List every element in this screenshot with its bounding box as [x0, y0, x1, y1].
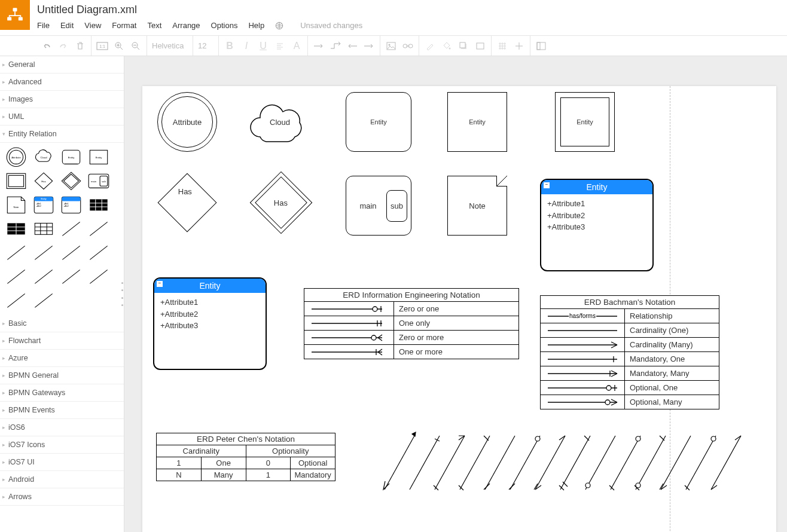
collapse-icon[interactable]: − — [544, 182, 550, 188]
erd-chen-table[interactable]: ERD Peter Chen's Notation Cardinality Op… — [156, 433, 335, 481]
thumb-line12[interactable] — [31, 290, 56, 311]
rect-icon[interactable] — [474, 40, 486, 52]
underline-icon[interactable]: U — [257, 40, 269, 52]
thumb-entity-card2[interactable]: +Attr1+Attr2 — [59, 194, 84, 216]
canvas[interactable]: Attribute Cloud Entity Entity Entity Has… — [142, 86, 776, 532]
guides-icon[interactable] — [513, 40, 525, 52]
zoom-out-icon[interactable] — [130, 40, 142, 52]
sidebar-cat-uml[interactable]: UML — [0, 108, 124, 126]
shape-entity-square[interactable]: Entity — [447, 92, 507, 152]
sidebar-cat-images[interactable]: Images — [0, 91, 124, 108]
sidebar-cat-android[interactable]: Android — [0, 471, 124, 488]
menu-file[interactable]: File — [37, 21, 50, 30]
link-icon[interactable] — [402, 40, 414, 52]
thumb-entity-square[interactable]: Entity — [86, 146, 111, 168]
sidebar-cat-arrows[interactable]: Arrows — [0, 488, 124, 506]
font-select[interactable]: Helvetica — [152, 41, 188, 50]
svg-point-88 — [711, 436, 716, 441]
thumb-entity-round[interactable]: Entity — [59, 146, 84, 168]
menu-text[interactable]: Text — [147, 21, 161, 30]
menu-arrange[interactable]: Arrange — [172, 21, 200, 30]
thumb-mainsub[interactable]: mainsub — [86, 170, 111, 192]
sidebar-cat-flowchart[interactable]: Flowchart — [0, 332, 124, 350]
thumb-line10[interactable] — [86, 266, 111, 288]
shape-has-double[interactable]: Has — [259, 181, 303, 225]
sidebar-cat-advanced[interactable]: Advanced — [0, 74, 124, 91]
zoom-in-icon[interactable] — [113, 40, 125, 52]
thumb-line5[interactable] — [59, 242, 84, 264]
shape-note[interactable]: Note — [447, 176, 507, 236]
shape-entity-round[interactable]: Entity — [346, 92, 411, 152]
image-icon[interactable] — [385, 40, 397, 52]
thumb-attribute[interactable]: Attribute — [4, 146, 29, 168]
arrow-right2-icon[interactable] — [363, 40, 375, 52]
thumb-entity-double[interactable] — [4, 170, 29, 192]
canvas-wrap[interactable]: Attribute Cloud Entity Entity Entity Has… — [124, 56, 787, 532]
thumb-table-dark2[interactable] — [4, 218, 29, 240]
sidebar-cat-entity-relation[interactable]: Entity Relation — [0, 126, 124, 143]
shape-entity-card2[interactable]: −Entity +Attribute1 +Attribute2 +Attribu… — [153, 277, 267, 370]
waypoint-icon[interactable] — [330, 40, 341, 52]
thumb-line2[interactable] — [86, 218, 111, 240]
globe-icon[interactable] — [275, 22, 283, 30]
shape-mainsub[interactable]: main sub — [346, 176, 411, 236]
thumb-table-dark[interactable] — [86, 194, 111, 216]
thumb-line6[interactable] — [86, 242, 111, 264]
thumb-table-light[interactable] — [31, 218, 56, 240]
thumb-cloud[interactable]: Cloud — [31, 146, 56, 168]
bold-icon[interactable]: B — [224, 40, 236, 52]
shape-entity-card[interactable]: −Entity +Attribute1 +Attribute2 +Attribu… — [540, 179, 654, 271]
menu-edit[interactable]: Edit — [60, 21, 74, 30]
erd-bach-table[interactable]: ERD Bachman's Notation has/forms Relatio… — [540, 295, 719, 409]
outline-icon[interactable] — [535, 40, 547, 52]
sidebar-cat-basic[interactable]: Basic — [0, 315, 124, 332]
thumb-has-double[interactable] — [59, 170, 84, 192]
sidebar-cat-ios7-ui[interactable]: iOS7 UI — [0, 454, 124, 471]
stroke-color-icon[interactable] — [424, 40, 436, 52]
sidebar-cat-azure[interactable]: Azure — [0, 350, 124, 367]
menu-options[interactable]: Options — [211, 21, 238, 30]
thumb-entity-card[interactable]: Entity+Attr1+Attr2 — [31, 194, 56, 216]
actual-size-icon[interactable]: 1:1 — [96, 40, 108, 52]
thumb-line1[interactable] — [59, 218, 84, 240]
shadow-icon[interactable] — [457, 40, 469, 52]
shape-has[interactable]: Has — [166, 182, 208, 224]
redo-icon[interactable] — [57, 40, 69, 52]
align-icon[interactable] — [274, 40, 286, 52]
arrow-samples[interactable] — [379, 433, 761, 499]
sidebar-cat-ios6[interactable]: iOS6 — [0, 419, 124, 436]
shape-cloud[interactable]: Cloud — [247, 95, 313, 149]
sidebar-cat-bpmn-events[interactable]: BPMN Events — [0, 402, 124, 419]
thumb-line4[interactable] — [31, 242, 56, 264]
thumb-line8[interactable] — [31, 266, 56, 288]
fill-color-icon[interactable] — [441, 40, 453, 52]
thumb-line3[interactable] — [4, 242, 29, 264]
font-size[interactable]: 12 — [198, 41, 213, 50]
sidebar-cat-general[interactable]: General — [0, 56, 124, 74]
shape-attribute[interactable]: Attribute — [157, 92, 217, 152]
delete-icon[interactable] — [74, 40, 86, 52]
thumb-line11[interactable] — [4, 290, 29, 311]
shape-entity-double[interactable]: Entity — [555, 92, 615, 152]
sidebar-resizer[interactable] — [121, 282, 124, 306]
font-color-icon[interactable]: A — [291, 40, 303, 52]
italic-icon[interactable]: I — [240, 40, 252, 52]
thumb-has[interactable]: Has — [31, 170, 56, 192]
doc-title[interactable]: Untitled Diagram.xml — [37, 0, 362, 16]
menu-format[interactable]: Format — [112, 21, 136, 30]
thumb-line7[interactable] — [4, 266, 29, 288]
erd-ie-table[interactable]: ERD Information Engineering Notation Zer… — [304, 288, 519, 359]
undo-icon[interactable] — [41, 40, 53, 52]
grid-icon[interactable] — [496, 40, 508, 52]
svg-line-90 — [434, 485, 438, 490]
arrow-left-icon[interactable] — [346, 40, 358, 52]
thumb-line9[interactable] — [59, 266, 84, 288]
collapse-icon[interactable]: − — [157, 281, 163, 287]
sidebar-cat-bpmn-general[interactable]: BPMN General — [0, 367, 124, 384]
menu-view[interactable]: View — [84, 21, 101, 30]
sidebar-cat-bpmn-gateways[interactable]: BPMN Gateways — [0, 384, 124, 402]
menu-help[interactable]: Help — [248, 21, 264, 30]
sidebar-cat-ios7-icons[interactable]: iOS7 Icons — [0, 436, 124, 454]
arrow-right-icon[interactable] — [313, 40, 325, 52]
thumb-note[interactable]: Note — [4, 194, 29, 216]
